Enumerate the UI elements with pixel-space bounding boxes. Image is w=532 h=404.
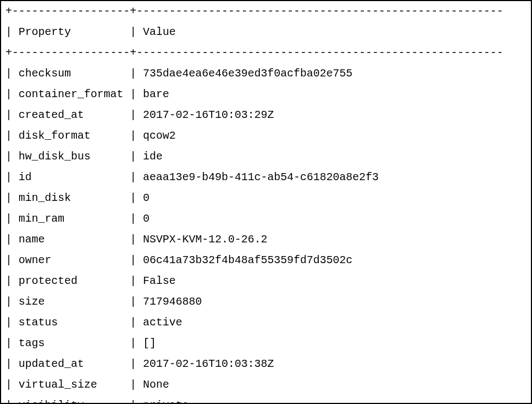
terminal-output: +------------------+--------------------… — [0, 0, 532, 404]
ascii-table: +------------------+--------------------… — [1, 1, 531, 404]
